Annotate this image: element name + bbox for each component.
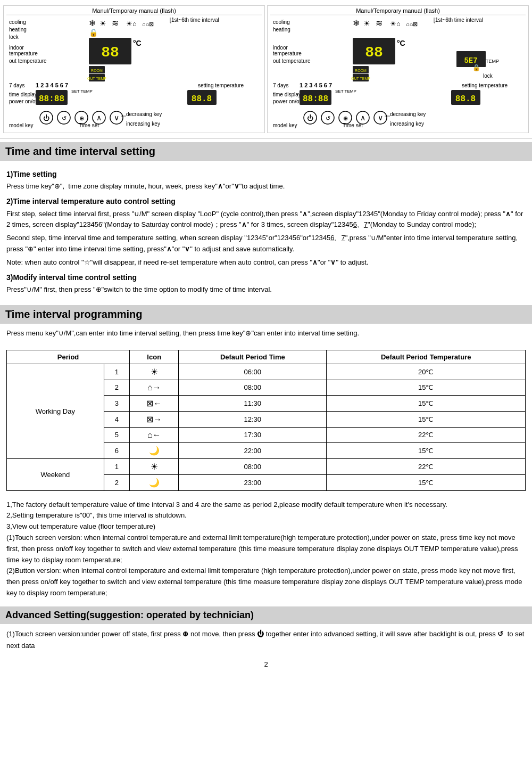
svg-text:time display: time display bbox=[9, 92, 37, 97]
svg-text:heating: heating bbox=[9, 27, 27, 32]
svg-text:∧: ∧ bbox=[360, 113, 365, 122]
section1-title: Time and time interval setting bbox=[5, 145, 155, 157]
svg-text:☀⌂: ☀⌂ bbox=[126, 20, 137, 28]
svg-text:⌂⌂⊠: ⌂⌂⊠ bbox=[406, 21, 418, 27]
period-temp: 20℃ bbox=[327, 364, 526, 380]
period-time: 22:00 bbox=[179, 442, 327, 458]
page-number: 2 bbox=[0, 656, 532, 672]
svg-text:88:88: 88:88 bbox=[39, 94, 64, 104]
period-weekend: Weekend bbox=[7, 458, 104, 490]
period-temp: 15℃ bbox=[327, 395, 526, 411]
subsection1-content: Press time key"⊕", time zone display min… bbox=[6, 181, 526, 192]
period-icon: ⌂→ bbox=[130, 380, 179, 395]
programming-table: Period Icon Default Period Time Default … bbox=[6, 350, 526, 491]
table-row: Weekend 1 ☀ 08:00 22℃ bbox=[7, 458, 526, 474]
period-working-day: Working Day bbox=[7, 364, 104, 458]
footer-note-2: 2,Setting temperature is"00", this time … bbox=[6, 510, 526, 521]
period-icon: ⊠← bbox=[130, 395, 179, 411]
diagram-section: Manul/Temporary manual (flash) cooling h… bbox=[0, 0, 532, 139]
period-temp: 15℃ bbox=[327, 411, 526, 427]
svg-text:lock: lock bbox=[9, 34, 19, 40]
period-num: 2 bbox=[104, 474, 130, 490]
svg-text:OUT TEMP: OUT TEMP bbox=[351, 77, 370, 80]
period-icon: ☀ bbox=[130, 364, 179, 380]
svg-text:☀⌂: ☀⌂ bbox=[390, 20, 401, 28]
section2-intro: Press menu key"∪/M",can enter into time … bbox=[6, 328, 526, 339]
svg-text:ROOM: ROOM bbox=[355, 69, 367, 72]
svg-text:out temperature: out temperature bbox=[273, 58, 311, 64]
svg-text:⌂⌂⊠: ⌂⌂⊠ bbox=[142, 21, 154, 27]
svg-text:time display: time display bbox=[273, 92, 301, 97]
svg-text:out temperature: out temperature bbox=[9, 58, 47, 64]
section2-header: Time interval programming bbox=[0, 305, 532, 324]
section2-content: Press menu key"∪/M",can enter into time … bbox=[0, 324, 532, 346]
period-icon: ☀ bbox=[130, 458, 179, 474]
period-temp: 22℃ bbox=[327, 458, 526, 474]
svg-text:setting temperature: setting temperature bbox=[198, 83, 244, 88]
period-time: 08:00 bbox=[179, 380, 327, 395]
subsection3-content: Press"∪/M" first, then press "⊕"switch t… bbox=[6, 284, 526, 296]
svg-text:☀: ☀ bbox=[99, 19, 106, 28]
svg-text:≋: ≋ bbox=[376, 19, 383, 28]
period-temp: 22℃ bbox=[327, 427, 526, 442]
footer-note-4: (1)Touch screen version: when internal c… bbox=[6, 532, 526, 565]
svg-text:temperature: temperature bbox=[9, 51, 38, 56]
svg-text:SET TEMP: SET TEMP bbox=[71, 89, 93, 94]
svg-text:lock: lock bbox=[483, 73, 493, 79]
period-icon: ⊠→ bbox=[130, 411, 179, 427]
period-num: 1 bbox=[104, 458, 130, 474]
svg-text:7 days: 7 days bbox=[273, 83, 288, 88]
table-header-period: Period bbox=[7, 350, 130, 364]
svg-text:model key: model key bbox=[9, 122, 34, 128]
period-time: 06:00 bbox=[179, 364, 327, 380]
subsection2-content3: Note: when auto control "☆"will disappea… bbox=[6, 257, 526, 268]
svg-text:decreasing key: decreasing key bbox=[126, 111, 162, 117]
period-temp: 15℃ bbox=[327, 474, 526, 490]
subsection2-content2: Second step, time interval time and temp… bbox=[6, 233, 526, 255]
footer-note-1: 1,The factory default temperature value … bbox=[6, 499, 526, 511]
advanced-text: (1)Touch screen version:under power off … bbox=[6, 628, 526, 652]
period-time: 12:30 bbox=[179, 411, 327, 427]
svg-text:❄: ❄ bbox=[353, 19, 360, 28]
svg-text:model key: model key bbox=[273, 122, 297, 128]
svg-text:OUT TEMP: OUT TEMP bbox=[87, 77, 106, 80]
period-temp: 15℃ bbox=[327, 380, 526, 395]
period-num: 5 bbox=[104, 427, 130, 442]
footer-note-3: 3,View out temperature value (floor temp… bbox=[6, 521, 526, 532]
period-num: 6 bbox=[104, 442, 130, 458]
svg-text:∨: ∨ bbox=[378, 113, 383, 122]
svg-text:TEMP: TEMP bbox=[486, 59, 499, 64]
svg-text:setting temperature: setting temperature bbox=[462, 83, 508, 88]
svg-text:❄: ❄ bbox=[89, 19, 96, 28]
svg-text:Time set: Time set bbox=[343, 122, 363, 128]
table-header-temp: Default Period Temperature bbox=[327, 350, 526, 364]
period-num: 3 bbox=[104, 395, 130, 411]
svg-text:88: 88 bbox=[101, 44, 119, 61]
svg-text:Manul/Temporary manual (flash): Manul/Temporary manual (flash) bbox=[356, 7, 440, 14]
svg-text:⏻: ⏻ bbox=[43, 114, 49, 122]
period-time: 11:30 bbox=[179, 395, 327, 411]
svg-text:🔒: 🔒 bbox=[472, 63, 480, 71]
svg-text:≋: ≋ bbox=[112, 19, 119, 28]
period-num: 1 bbox=[104, 364, 130, 380]
svg-text:⊕: ⊕ bbox=[343, 115, 348, 121]
section1-content: 1)Time setting Press time key"⊕", time z… bbox=[0, 161, 532, 302]
svg-text:ROOM: ROOM bbox=[91, 69, 103, 72]
svg-text:1 2 3 4 5 6 7: 1 2 3 4 5 6 7 bbox=[300, 82, 332, 88]
svg-text:°C: °C bbox=[397, 39, 405, 47]
svg-text:power on/off: power on/off bbox=[9, 99, 38, 104]
footer-note-5: (2)Button version: when internal control… bbox=[6, 565, 526, 598]
svg-text:88.8: 88.8 bbox=[192, 94, 212, 104]
period-num: 2 bbox=[104, 380, 130, 395]
svg-text:SET TEMP: SET TEMP bbox=[335, 89, 356, 94]
section2-title: Time interval programming bbox=[5, 308, 142, 320]
diagram-left-svg: Manul/Temporary manual (flash) cooling h… bbox=[4, 6, 264, 128]
svg-text:temperature: temperature bbox=[273, 51, 302, 56]
diagram-right: Manul/Temporary manual (flash) cooling h… bbox=[267, 5, 529, 133]
subsection2-title: 2)Time interval temperature auto control… bbox=[6, 195, 526, 207]
table-header-time: Default Period Time bbox=[179, 350, 327, 364]
svg-text:1 2 3 4 5 6 7: 1 2 3 4 5 6 7 bbox=[36, 82, 68, 88]
svg-text:7 days: 7 days bbox=[9, 83, 24, 88]
subsection2-content1: First step, select time interval first, … bbox=[6, 209, 526, 231]
period-icon: 🌙 bbox=[130, 474, 179, 490]
